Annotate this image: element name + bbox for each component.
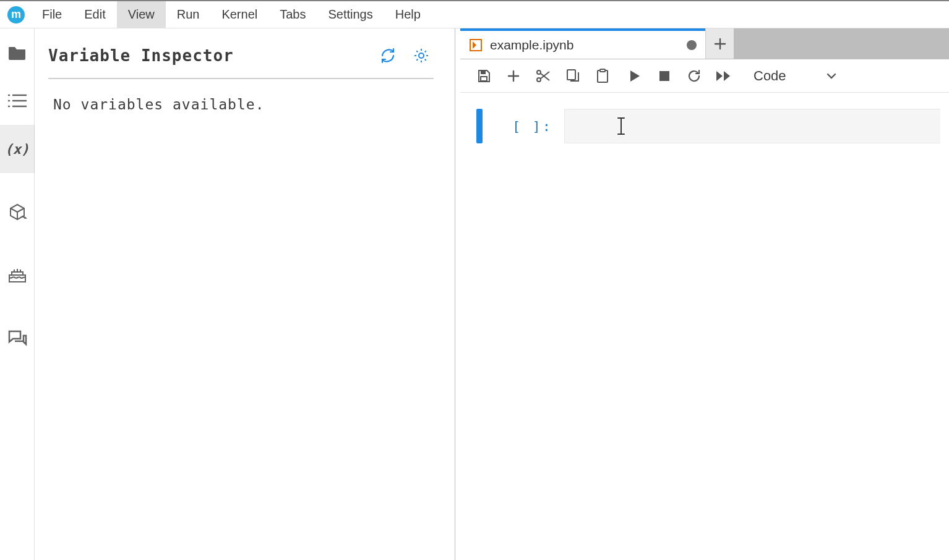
plus-icon [507,69,520,83]
tab-title: example.ipynb [490,38,671,53]
notebook-body[interactable]: [ ]: [460,93,949,560]
save-icon [477,69,491,83]
refresh-icon [380,48,396,64]
activity-chat[interactable] [0,314,35,362]
chevron-down-icon [826,70,837,82]
panel-header: Variable Inspector [48,43,434,68]
code-cell[interactable]: [ ]: [476,109,949,143]
panel-empty-message: No variables available. [48,96,434,112]
run-button[interactable] [620,64,650,88]
panel-title: Variable Inspector [48,46,367,65]
restart-run-all-button[interactable] [709,64,739,88]
settings-button[interactable] [409,43,434,68]
insert-cell-button[interactable] [499,64,528,88]
notebook-icon [469,38,483,52]
tab-example-notebook[interactable]: example.ipynb [460,28,705,59]
variable-inspector-panel: Variable Inspector No variables availabl… [35,28,455,560]
text-cursor-icon [616,117,627,135]
stop-icon [659,70,670,82]
menu-edit[interactable]: Edit [73,1,116,28]
cell-type-select[interactable]: Code [750,66,843,87]
svg-rect-18 [567,70,575,80]
stop-button[interactable] [650,64,679,88]
cell-selection-bar [476,109,483,143]
menu-view[interactable]: View [117,1,166,28]
svg-point-6 [419,53,424,58]
unsaved-indicator-icon [687,40,697,50]
panel-splitter[interactable] [455,28,460,560]
scrollbar[interactable] [940,93,949,560]
svg-rect-20 [600,69,605,72]
svg-rect-10 [481,70,486,74]
svg-rect-21 [659,71,669,81]
menu-settings[interactable]: Settings [317,1,384,28]
activity-bar: (x) [0,28,35,560]
cell-prompt: [ ]: [512,109,554,143]
svg-rect-11 [481,77,487,81]
menu-help[interactable]: Help [384,1,432,28]
new-tab-button[interactable] [705,28,734,59]
play-icon [629,70,640,82]
restart-icon [687,69,702,83]
paste-button[interactable] [588,64,617,88]
plus-icon [714,38,726,50]
menubar: m File Edit View Run Kernel Tabs Setting… [0,0,949,28]
chat-icon [7,329,27,347]
panel-divider [48,78,434,79]
package-icon [8,203,27,221]
restart-button[interactable] [679,64,709,88]
menu-tabs[interactable]: Tabs [268,1,317,28]
notebook-toolbar: Code [460,59,949,93]
activity-extensions[interactable] [0,251,35,299]
activity-toc[interactable] [0,77,35,125]
folder-icon [8,45,27,61]
list-icon [7,93,27,109]
scissors-icon [536,69,551,83]
cell-type-value: Code [754,68,786,84]
activity-variable-inspector[interactable]: (x) [0,125,35,173]
cell-input[interactable] [564,109,949,143]
activity-package[interactable] [0,188,35,236]
tab-bar: example.ipynb [460,28,949,59]
clipboard-icon [596,69,609,83]
app-logo-icon: m [7,6,25,23]
svg-point-14 [537,70,541,74]
activity-folder[interactable] [0,28,35,77]
gear-icon [413,48,429,64]
main-area: example.ipynb [460,28,949,560]
fast-forward-icon [716,70,732,82]
copy-icon [566,69,580,83]
copy-button[interactable] [558,64,588,88]
variable-icon: (x) [5,142,30,157]
save-button[interactable] [469,64,499,88]
cut-button[interactable] [528,64,558,88]
refresh-button[interactable] [376,43,400,68]
svg-point-15 [537,78,541,82]
menu-file[interactable]: File [31,1,73,28]
cake-icon [7,266,27,284]
menu-kernel[interactable]: Kernel [210,1,268,28]
menu-run[interactable]: Run [166,1,211,28]
